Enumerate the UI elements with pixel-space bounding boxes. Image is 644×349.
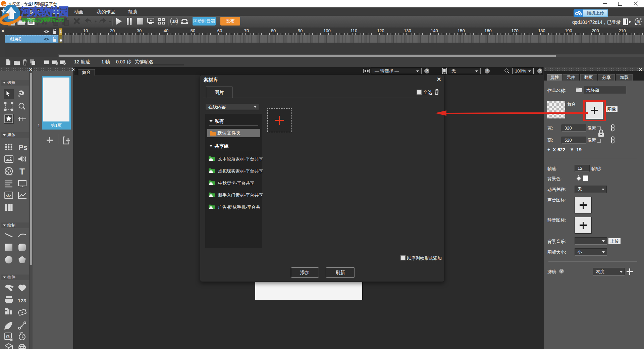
svg-text:简: 简 bbox=[637, 20, 640, 24]
svg-text:Ps: Ps bbox=[18, 143, 28, 152]
svg-text:123: 123 bbox=[18, 298, 26, 303]
svg-text:G: G bbox=[6, 334, 10, 339]
svg-text:JS: JS bbox=[172, 19, 177, 24]
svg-text:T: T bbox=[19, 166, 25, 177]
svg-text:</>: </> bbox=[6, 194, 11, 198]
